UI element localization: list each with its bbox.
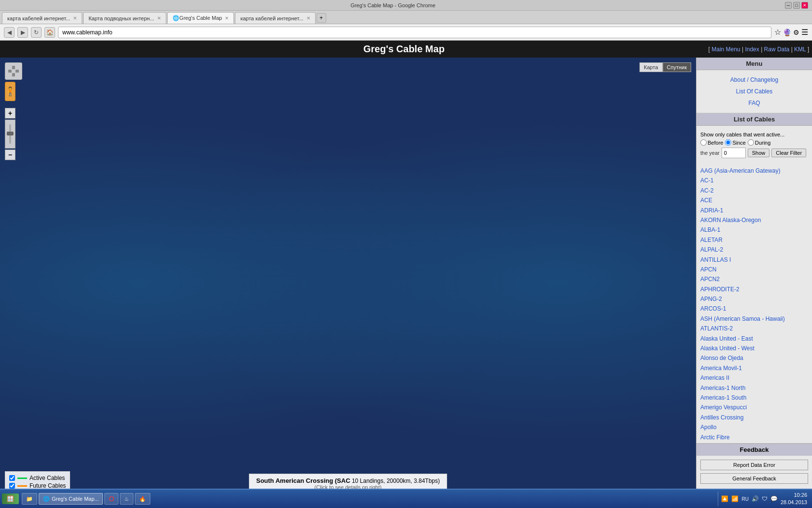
reload-btn[interactable]: ↻ — [31, 27, 42, 38]
general-feedback-btn[interactable]: General Feedback — [700, 473, 808, 484]
cable-item[interactable]: ANTILLAS I — [700, 255, 808, 265]
cable-item[interactable]: ALETAR — [700, 235, 808, 245]
filter-year-row: the year Show Clear Filter — [700, 148, 808, 158]
street-view-control[interactable]: 🧍 — [5, 82, 15, 101]
menu-icon[interactable]: ☰ — [801, 28, 808, 37]
cable-item[interactable]: ADRIA-1 — [700, 206, 808, 215]
map-area[interactable]: Швеция Норвегия Испания Турция Германия … — [0, 58, 696, 508]
cable-item[interactable]: Americas-1 South — [700, 393, 808, 403]
nav-index[interactable]: Index — [745, 46, 759, 53]
tab-close-2[interactable]: ✕ — [157, 15, 161, 21]
cable-item[interactable]: Ariane 2 — [700, 442, 808, 443]
cable-item[interactable]: Americas-1 North — [700, 383, 808, 393]
home-btn[interactable]: 🏠 — [44, 27, 55, 38]
opera-icon: O — [109, 495, 114, 503]
cable-item[interactable]: Antilles Crossing — [700, 413, 808, 422]
cable-item[interactable]: AC-1 — [700, 176, 808, 185]
minimize-btn[interactable]: ─ — [785, 2, 792, 9]
tray-icon-1: 🔼 — [721, 495, 728, 502]
cable-item[interactable]: ALBA-1 — [700, 225, 808, 235]
filter-active-label-row: Show only cables that went active... — [700, 132, 808, 137]
address-input[interactable] — [58, 27, 771, 38]
cable-item[interactable]: ARCOS-1 — [700, 304, 808, 314]
tab-close-3[interactable]: ✕ — [225, 15, 229, 21]
taskbar-files[interactable]: 📁 — [22, 493, 37, 505]
cable-item[interactable]: Americas II — [700, 373, 808, 383]
cable-item[interactable]: ALPAL-2 — [700, 245, 808, 254]
year-input[interactable] — [722, 148, 746, 158]
map-type-satellite-btn[interactable]: Спутник — [663, 62, 691, 72]
start-icon: 🪟 — [7, 495, 14, 502]
nav-kml[interactable]: KML — [794, 46, 806, 53]
zoom-in-btn[interactable]: + — [5, 108, 15, 119]
cable-item[interactable]: Alaska United - West — [700, 344, 808, 353]
taskbar-items: 📁 🌐 Greg's Cable Map... O ♨ 🔥 — [22, 493, 718, 505]
cable-item[interactable]: Alonso de Ojeda — [700, 353, 808, 363]
new-tab-btn[interactable]: + — [317, 13, 326, 23]
taskbar-browser-label: Greg's Cable Map... — [52, 496, 99, 502]
menu-section: Menu About / Changelog List Of Cables FA… — [696, 58, 812, 113]
cable-item[interactable]: Arctic Fibre — [700, 433, 808, 442]
start-button[interactable]: 🪟 — [2, 493, 19, 504]
back-btn[interactable]: ◀ — [4, 27, 14, 38]
cable-item[interactable]: AKORN Alaska-Oregon — [700, 215, 808, 225]
nav-main-menu[interactable]: Main Menu — [711, 46, 740, 53]
cable-item[interactable]: APCN2 — [700, 274, 808, 284]
forward-btn[interactable]: ▶ — [17, 27, 28, 38]
tab-close-1[interactable]: ✕ — [73, 15, 77, 21]
taskbar-browser[interactable]: 🌐 Greg's Cable Map... — [39, 493, 103, 505]
since-radio[interactable] — [725, 139, 731, 146]
cable-item[interactable]: Alaska United - East — [700, 334, 808, 344]
maximize-btn[interactable]: □ — [793, 2, 800, 9]
pan-control[interactable] — [5, 62, 22, 80]
cable-item[interactable]: Apollo — [700, 422, 808, 432]
nav-raw-data[interactable]: Raw Data — [764, 46, 790, 53]
menu-title: Menu — [696, 58, 812, 70]
before-radio[interactable] — [700, 139, 707, 146]
menu-links: About / Changelog List Of Cables FAQ — [696, 70, 812, 113]
cable-item[interactable]: AC-2 — [700, 186, 808, 195]
map-type-map-btn[interactable]: Карта — [639, 62, 662, 72]
taskbar: 🪟 📁 🌐 Greg's Cable Map... O ♨ 🔥 — [0, 489, 812, 508]
close-btn[interactable]: ✕ — [801, 2, 808, 9]
clear-filter-button[interactable]: Clear Filter — [771, 149, 806, 157]
tab-close-4[interactable]: ✕ — [306, 15, 310, 21]
taskbar-app4[interactable]: 🔥 — [135, 493, 150, 505]
zoom-out-btn[interactable]: − — [5, 149, 15, 160]
tab-4[interactable]: карта кабелей интернет... ✕ — [235, 12, 315, 24]
tray-clock[interactable]: 10:26 28.04.2013 — [781, 492, 807, 507]
extension-icon-2[interactable]: ⚙ — [793, 29, 799, 36]
taskbar-opera[interactable]: O — [104, 493, 118, 505]
menu-cables-link[interactable]: List Of Cables — [700, 86, 808, 97]
during-radio[interactable] — [748, 139, 754, 146]
menu-faq-link[interactable]: FAQ — [700, 97, 808, 109]
cable-item[interactable]: AAG (Asia-American Gateway) — [700, 166, 808, 176]
report-error-btn[interactable]: Report Data Error — [700, 460, 808, 470]
cable-item[interactable]: APCN — [700, 265, 808, 274]
taskbar-steam[interactable]: ♨ — [120, 493, 133, 505]
map-controls: 🧍 + − — [5, 62, 22, 160]
tab-3[interactable]: 🌐 Greg's Cable Map ✕ — [167, 12, 234, 24]
tab-2[interactable]: Карта подводных интерн... ✕ — [83, 12, 166, 24]
extension-icon-1[interactable]: 🔮 — [783, 29, 791, 36]
network-icon[interactable]: 📶 — [731, 495, 739, 502]
browser-titlebar: Greg's Cable Map - Google Chrome ─ □ ✕ — [0, 0, 812, 11]
cable-item[interactable]: Amerigo Vespucci — [700, 403, 808, 412]
cable-item[interactable]: ATLANTIS-2 — [700, 324, 808, 333]
cable-item[interactable]: APNG-2 — [700, 294, 808, 304]
menu-about-link[interactable]: About / Changelog — [700, 74, 808, 86]
radio-before: Before — [700, 139, 723, 146]
map-type-buttons: Карта Спутник — [639, 62, 691, 72]
tray-icon-3: RU — [741, 496, 748, 502]
browser-tabbar: карта кабелей интернет... ✕ Карта подвод… — [0, 11, 812, 24]
bookmark-icon[interactable]: ☆ — [774, 28, 781, 37]
browser-addressbar: ◀ ▶ ↻ 🏠 ☆ 🔮 ⚙ ☰ — [0, 24, 812, 41]
volume-icon[interactable]: 🔊 — [752, 495, 759, 502]
cable-item[interactable]: ACE — [700, 195, 808, 205]
cable-item[interactable]: America Movil-1 — [700, 363, 808, 373]
tab-1[interactable]: карта кабелей интернет... ✕ — [2, 12, 82, 24]
cable-item[interactable]: APHRODITE-2 — [700, 284, 808, 294]
filter-section: Show only cables that went active... Bef… — [696, 126, 812, 164]
show-button[interactable]: Show — [748, 149, 770, 157]
cable-item[interactable]: ASH (American Samoa - Hawaii) — [700, 314, 808, 324]
